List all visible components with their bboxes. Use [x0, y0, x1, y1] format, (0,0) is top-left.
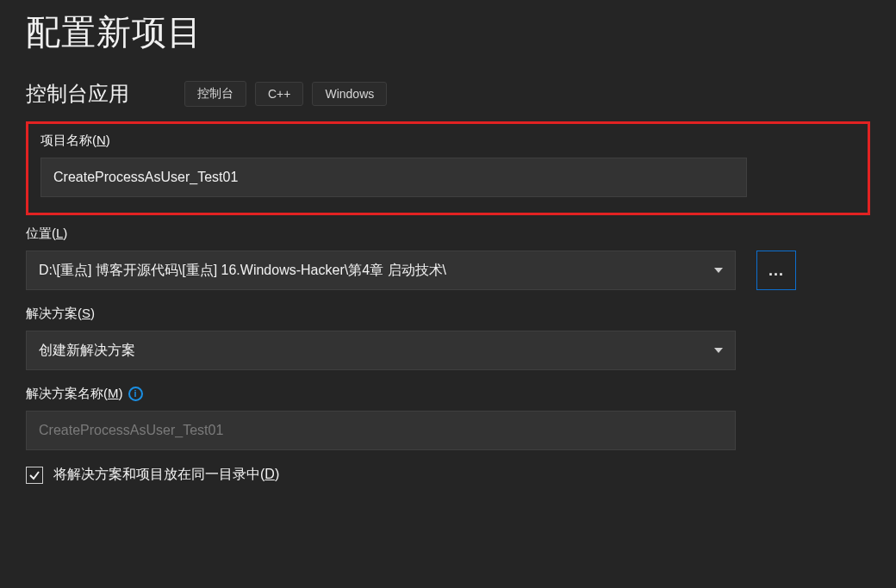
same-directory-checkbox-row[interactable]: 将解决方案和项目放在同一目录中(D) [26, 466, 870, 484]
checkbox-icon[interactable] [26, 467, 43, 484]
solution-combobox[interactable]: 创建新解决方案 [26, 331, 736, 370]
label-prefix: 解决方案( [26, 306, 82, 320]
label-suffix: ) [119, 386, 123, 400]
label-prefix: 项目名称( [40, 133, 96, 147]
tag-windows: Windows [312, 82, 387, 106]
chevron-down-icon [714, 268, 723, 273]
solution-name-label: 解决方案名称(M) i [26, 386, 870, 402]
location-combobox[interactable]: D:\[重点] 博客开源代码\[重点] 16.Windows-Hacker\第4… [26, 251, 736, 290]
location-value: D:\[重点] 博客开源代码\[重点] 16.Windows-Hacker\第4… [39, 262, 446, 280]
page-title: 配置新项目 [26, 9, 870, 56]
project-name-input[interactable] [40, 158, 747, 197]
solution-label: 解决方案(S) [26, 306, 870, 322]
location-label: 位置(L) [26, 226, 870, 242]
label-suffix: ) [275, 467, 279, 481]
solution-name-input [26, 411, 736, 450]
tag-group: 控制台 C++ Windows [184, 81, 387, 107]
label-suffix: ) [63, 226, 67, 240]
tag-console: 控制台 [184, 81, 246, 107]
label-suffix: ) [106, 133, 110, 147]
info-icon[interactable]: i [128, 387, 143, 401]
tag-cpp: C++ [255, 82, 303, 106]
browse-button[interactable]: ... [756, 251, 796, 290]
location-section: 位置(L) D:\[重点] 博客开源代码\[重点] 16.Windows-Hac… [26, 226, 870, 290]
label-prefix: 解决方案名称( [26, 386, 108, 400]
chevron-down-icon [714, 348, 723, 353]
project-name-label: 项目名称(N) [40, 133, 856, 149]
project-type-subtitle: 控制台应用 [26, 80, 129, 108]
label-prefix: 位置( [26, 226, 56, 240]
project-name-highlight: 项目名称(N) [26, 121, 870, 215]
label-hotkey: S [82, 306, 90, 320]
solution-section: 解决方案(S) 创建新解决方案 [26, 306, 870, 370]
browse-button-label: ... [768, 262, 784, 280]
label-hotkey: D [264, 467, 275, 481]
solution-value: 创建新解决方案 [39, 342, 135, 360]
label-prefix: 将解决方案和项目放在同一目录中( [53, 467, 264, 481]
solution-name-section: 解决方案名称(M) i [26, 386, 870, 450]
same-directory-label: 将解决方案和项目放在同一目录中(D) [53, 466, 279, 484]
label-hotkey: N [96, 133, 106, 147]
label-suffix: ) [90, 306, 95, 320]
label-hotkey: M [108, 386, 119, 400]
